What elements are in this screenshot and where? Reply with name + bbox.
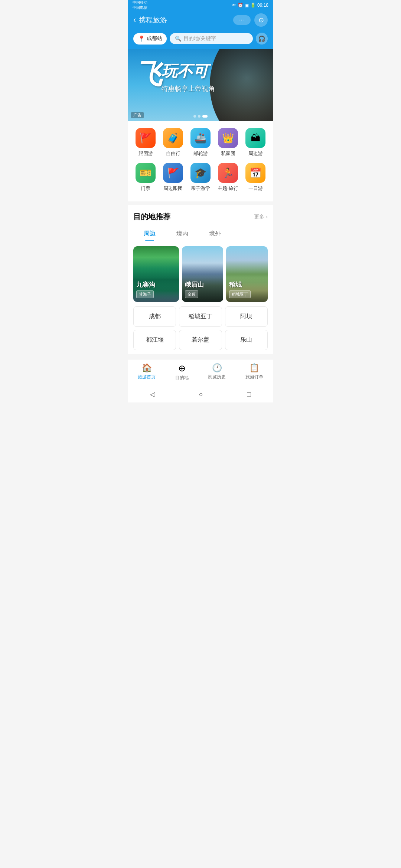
nearby-tour-icon: 🏔 (245, 128, 265, 148)
jiuzhaigou-tag: 甘海子 (136, 290, 154, 298)
orders-nav-label: 旅游订单 (245, 374, 263, 380)
location-icon: 📍 (138, 35, 145, 42)
section-title: 目的地推荐 (133, 212, 170, 222)
category-row-1: 🚩 跟团游 🧳 自由行 🚢 邮轮游 👑 私家团 🏔 周边游 (132, 128, 269, 157)
carrier-info: 中国移动 中国电信 (133, 0, 147, 10)
nav-orders[interactable]: 📋 旅游订单 (240, 362, 268, 382)
banner-dot-3[interactable] (202, 115, 208, 118)
back-button[interactable]: ‹ (133, 15, 136, 25)
daocheng-tag: 稻城亚丁 (229, 290, 251, 298)
destination-nav-icon: ⊕ (178, 363, 186, 374)
more-options-button[interactable]: ··· (233, 15, 251, 25)
sys-home-button[interactable]: ○ (199, 391, 203, 398)
orders-nav-icon: 📋 (249, 363, 259, 373)
header-right: ··· ⊙ (233, 13, 268, 27)
free-tour-label: 自由行 (166, 150, 180, 157)
more-arrow: › (266, 214, 268, 220)
search-input[interactable]: 🔍 目的地/关键字 (170, 33, 253, 44)
banner-text-main: 玩不可 (162, 61, 208, 82)
theme-travel-label: 主题·旅行 (218, 185, 238, 192)
category-family-edu[interactable]: 🎓 亲子游学 (188, 163, 213, 192)
family-edu-label: 亲子游学 (191, 185, 210, 192)
category-tickets[interactable]: 🎫 门票 (133, 163, 158, 192)
nav-history[interactable]: 🕐 浏览历史 (203, 362, 231, 382)
category-cruise[interactable]: 🚢 邮轮游 (188, 128, 213, 157)
eye-icon: 👁 (232, 3, 236, 8)
city-chengdu[interactable]: 成都 (133, 306, 176, 327)
dest-card-emeishan[interactable]: 峨眉山 金顶 (182, 246, 224, 302)
header-left: ‹ 携程旅游 (133, 15, 167, 25)
time: 09:18 (257, 3, 268, 8)
category-one-day[interactable]: 📅 一日游 (243, 163, 268, 192)
group-tour-icon: 🚩 (136, 128, 156, 148)
carrier2: 中国电信 (133, 5, 147, 10)
tab-domestic[interactable]: 境内 (166, 227, 199, 241)
category-theme-travel[interactable]: 🏃 主题·旅行 (215, 163, 241, 192)
category-nearby-group[interactable]: 🚩 周边跟团 (160, 163, 186, 192)
city-ruoergai[interactable]: 若尔盖 (179, 330, 222, 350)
private-tour-label: 私家团 (221, 150, 235, 157)
home-nav-icon: 🏠 (142, 363, 152, 373)
tab-nearby[interactable]: 周边 (133, 227, 166, 241)
more-label: 更多 (254, 214, 264, 220)
category-group-tour[interactable]: 🚩 跟团游 (133, 128, 158, 157)
daocheng-overlay: 稻城 稻城亚丁 (226, 277, 268, 302)
one-day-label: 一日游 (248, 185, 263, 192)
private-tour-icon: 👑 (218, 128, 238, 148)
emeishan-name: 峨眉山 (185, 280, 221, 289)
sys-recent-button[interactable]: □ (247, 391, 251, 398)
location-button[interactable]: 📍 成都站 (133, 33, 167, 45)
group-tour-label: 跟团游 (138, 150, 153, 157)
city-daocheng-yading[interactable]: 稻城亚丁 (179, 306, 222, 327)
banner-dot-1[interactable] (193, 115, 196, 118)
city-aba[interactable]: 阿坝 (225, 306, 268, 327)
city-dujiangyan[interactable]: 都江堰 (133, 330, 176, 350)
search-icon: 🔍 (175, 36, 181, 42)
sys-back-button[interactable]: ◁ (150, 390, 155, 398)
history-nav-label: 浏览历史 (208, 374, 226, 380)
nav-home[interactable]: 🏠 旅游首页 (133, 362, 161, 382)
banner-text-zi: 飞 (136, 56, 161, 92)
jiuzhaigou-overlay: 九寨沟 甘海子 (133, 277, 179, 302)
app-title: 携程旅游 (139, 15, 167, 25)
promo-banner[interactable]: 飞 玩不可 特惠畅享上帝视角 广告 (128, 49, 273, 121)
location-text: 成都站 (147, 35, 162, 42)
headset-icon: 🎧 (258, 35, 265, 42)
headset-button[interactable]: 🎧 (256, 33, 268, 45)
cruise-icon: 🚢 (190, 128, 211, 148)
camera-button[interactable]: ⊙ (254, 13, 268, 27)
category-free-tour[interactable]: 🧳 自由行 (160, 128, 186, 157)
nav-destination[interactable]: ⊕ 目的地 (170, 362, 194, 382)
city-leshan[interactable]: 乐山 (225, 330, 268, 350)
tickets-icon: 🎫 (136, 163, 156, 183)
category-row-2: 🎫 门票 🚩 周边跟团 🎓 亲子游学 🏃 主题·旅行 📅 一日游 (132, 163, 269, 192)
destination-tabs: 周边 境内 境外 (133, 227, 268, 241)
tab-overseas[interactable]: 境外 (199, 227, 231, 241)
destination-nav-label: 目的地 (175, 375, 189, 381)
carrier1: 中国移动 (133, 0, 147, 5)
theme-travel-icon: 🏃 (218, 163, 238, 183)
search-bar: 📍 成都站 🔍 目的地/关键字 🎧 (128, 30, 273, 49)
dest-card-daocheng[interactable]: 稻城 稻城亚丁 (226, 246, 268, 302)
category-nearby-tour[interactable]: 🏔 周边游 (243, 128, 268, 157)
cruise-label: 邮轮游 (193, 150, 208, 157)
emeishan-tag: 金顶 (185, 290, 198, 298)
destination-cards: 九寨沟 甘海子 峨眉山 金顶 稻城 稻城亚丁 (133, 246, 268, 302)
family-edu-icon: 🎓 (190, 163, 211, 183)
history-nav-icon: 🕐 (212, 363, 222, 373)
free-tour-icon: 🧳 (163, 128, 183, 148)
tickets-label: 门票 (141, 185, 150, 192)
more-button[interactable]: 更多 › (254, 214, 268, 220)
nearby-group-label: 周边跟团 (163, 185, 183, 192)
daocheng-name: 稻城 (229, 280, 265, 289)
category-private-tour[interactable]: 👑 私家团 (215, 128, 241, 157)
banner-dot-2[interactable] (198, 115, 200, 118)
dest-card-jiuzhaigou[interactable]: 九寨沟 甘海子 (133, 246, 179, 302)
alarm-icon: ⏰ (238, 3, 243, 8)
nearby-tour-label: 周边游 (248, 150, 263, 157)
system-navigation: ◁ ○ □ (128, 386, 273, 402)
app-header: ‹ 携程旅游 ··· ⊙ (128, 10, 273, 30)
city-grid: 成都 稻城亚丁 阿坝 都江堰 若尔盖 乐山 (133, 306, 268, 350)
camera-icon: ⊙ (258, 16, 264, 24)
one-day-icon: 📅 (245, 163, 265, 183)
